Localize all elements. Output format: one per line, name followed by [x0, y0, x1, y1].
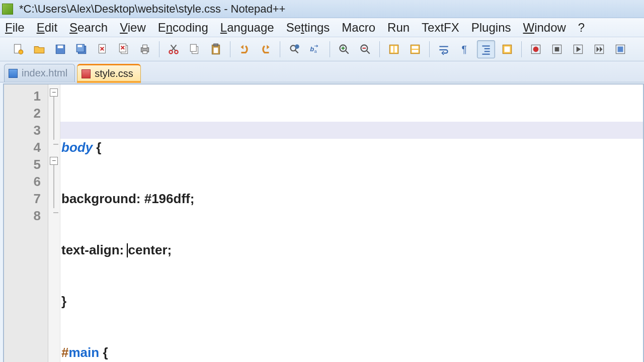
line-number: 4: [4, 139, 41, 156]
toolbar-separator: [429, 41, 430, 57]
line-number: 1: [4, 87, 41, 105]
menu-run[interactable]: Run: [387, 21, 410, 35]
redo-button[interactable]: [257, 40, 275, 58]
file-unsaved-icon: [82, 69, 91, 78]
menu-view[interactable]: View: [120, 21, 146, 35]
svg-line-36: [367, 51, 369, 53]
svg-rect-40: [394, 46, 397, 52]
menu-language[interactable]: Language: [220, 21, 274, 35]
svg-point-17: [169, 50, 173, 54]
brace: {: [99, 345, 108, 360]
fold-line: [53, 97, 54, 140]
tab-label: index.html: [22, 67, 67, 79]
svg-rect-25: [214, 47, 218, 53]
close-button[interactable]: [94, 40, 112, 58]
print-button[interactable]: [136, 40, 154, 58]
semicolon: ;: [168, 242, 172, 257]
wordwrap-button[interactable]: [435, 40, 453, 58]
save-button[interactable]: [51, 40, 69, 58]
new-file-button[interactable]: [9, 40, 27, 58]
svg-rect-3: [58, 45, 63, 48]
colon: :: [120, 242, 128, 257]
line-number: 7: [4, 190, 41, 207]
css-selector: body: [61, 140, 93, 155]
svg-rect-6: [77, 45, 82, 47]
menu-window[interactable]: Window: [523, 21, 566, 35]
svg-point-18: [175, 50, 178, 54]
menu-macro[interactable]: Macro: [342, 21, 375, 35]
indent-guide-button[interactable]: [477, 40, 495, 58]
stop-macro-button[interactable]: [548, 40, 566, 58]
find-button[interactable]: [285, 40, 303, 58]
menu-textfx[interactable]: TextFX: [422, 21, 459, 35]
menu-edit[interactable]: Edit: [37, 21, 57, 35]
svg-rect-51: [505, 46, 510, 52]
svg-point-28: [295, 44, 299, 49]
svg-line-27: [295, 50, 298, 53]
line-gutter: 1 2 3 4 5 6 7 8: [4, 84, 48, 362]
undo-button[interactable]: [235, 40, 254, 58]
menu-search[interactable]: Search: [69, 21, 108, 35]
svg-text:¶: ¶: [462, 43, 467, 54]
tabbar: index.html style.css: [0, 61, 644, 82]
tab-label: style.css: [95, 68, 133, 79]
close-all-button[interactable]: [115, 40, 133, 58]
svg-text:b: b: [310, 45, 314, 53]
line-number: 8: [4, 207, 41, 224]
svg-point-53: [533, 46, 539, 52]
line-number: 2: [4, 105, 41, 122]
fold-column[interactable]: − −: [48, 84, 60, 362]
toolbar-separator: [330, 41, 330, 57]
save-macro-button[interactable]: [611, 40, 629, 58]
line-number: 3: [4, 122, 41, 139]
css-value: center: [128, 242, 167, 257]
menu-settings[interactable]: Settings: [286, 21, 330, 35]
fold-toggle-icon[interactable]: −: [50, 157, 58, 165]
svg-rect-42: [412, 46, 419, 48]
line-number: 6: [4, 173, 41, 190]
sync-v-button[interactable]: [385, 40, 403, 58]
menu-file[interactable]: File: [5, 21, 25, 35]
editor[interactable]: 1 2 3 4 5 6 7 8 − − body { background: #…: [3, 83, 644, 362]
tab-style-css[interactable]: style.css: [77, 64, 141, 82]
brace: }: [61, 294, 66, 309]
menu-encoding[interactable]: Encoding: [158, 21, 208, 35]
app-icon: [2, 4, 13, 15]
code-area[interactable]: body { background: #196dff; text-align: …: [60, 84, 643, 362]
tab-index-html[interactable]: index.html: [4, 64, 75, 82]
svg-rect-24: [214, 44, 218, 46]
svg-rect-59: [618, 46, 623, 52]
record-macro-button[interactable]: [527, 40, 545, 58]
user-lang-button[interactable]: [498, 40, 516, 58]
toolbar-separator: [379, 41, 380, 57]
fold-toggle-icon[interactable]: −: [50, 88, 58, 97]
copy-button[interactable]: [186, 40, 204, 58]
fold-end: [53, 144, 58, 145]
menu-plugins[interactable]: Plugins: [471, 21, 511, 35]
window-title: *C:\Users\Alex\Desktop\website\style.css…: [19, 3, 285, 16]
svg-rect-16: [143, 51, 147, 53]
play-macro-button[interactable]: [569, 40, 587, 58]
zoom-out-button[interactable]: [356, 40, 374, 58]
replace-button[interactable]: ba: [306, 40, 325, 58]
svg-rect-43: [412, 50, 419, 52]
menu-help[interactable]: ?: [578, 21, 585, 35]
svg-line-32: [346, 51, 348, 53]
play-multi-button[interactable]: [590, 40, 608, 58]
hash: #: [61, 345, 68, 360]
sync-h-button[interactable]: [406, 40, 424, 58]
show-all-chars-button[interactable]: ¶: [456, 40, 474, 58]
svg-point-1: [19, 50, 23, 54]
zoom-in-button[interactable]: [335, 40, 353, 58]
toolbar: ba ¶: [0, 37, 644, 61]
css-selector: main: [68, 345, 99, 360]
paste-button[interactable]: [207, 40, 225, 58]
save-all-button[interactable]: [72, 40, 91, 58]
toolbar-separator: [521, 41, 522, 57]
fold-line: [53, 165, 54, 208]
line-number: 5: [4, 156, 41, 173]
open-file-button[interactable]: [30, 40, 48, 58]
toolbar-separator: [159, 41, 159, 57]
cut-button[interactable]: [165, 40, 183, 58]
brace: {: [93, 140, 101, 155]
